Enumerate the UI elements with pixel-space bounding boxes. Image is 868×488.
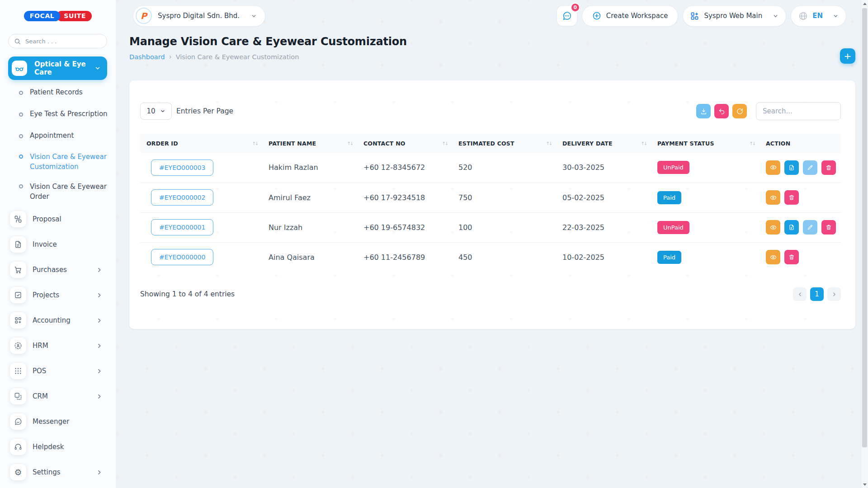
sidebar-item-pos[interactable]: POS xyxy=(0,358,116,384)
sidebar-search-input[interactable] xyxy=(24,38,101,45)
chevron-down-icon xyxy=(94,65,101,71)
view-button[interactable] xyxy=(766,220,780,235)
sidebar-item-label: POS xyxy=(33,367,46,375)
eye-icon xyxy=(770,164,777,171)
delete-button[interactable] xyxy=(784,190,799,205)
language-selector[interactable]: EN xyxy=(791,6,846,26)
sidebar-item-label: Patient Records xyxy=(30,88,108,98)
sidebar-item-label: Proposal xyxy=(33,215,61,223)
column-header-delivery-date[interactable]: DELIVERY DATE xyxy=(562,140,613,147)
entries-per-page-select[interactable]: 10 xyxy=(140,103,172,120)
column-header-payment-status[interactable]: PAYMENT STATUS xyxy=(657,140,714,147)
showing-entries-text: Showing 1 to 4 of 4 entries xyxy=(140,290,235,298)
contact-no-cell: +60 17-9234518 xyxy=(357,183,452,212)
add-record-button[interactable]: + xyxy=(840,48,855,64)
app-logo: FOCAL SUITE xyxy=(0,0,116,21)
sort-icon[interactable]: ↑↓ xyxy=(347,141,353,146)
edit-button[interactable] xyxy=(803,220,817,235)
page-1-button[interactable]: 1 xyxy=(810,287,824,301)
patient-name-cell: Amirul Faez xyxy=(262,183,357,212)
order-id-link[interactable]: #EYEO000002 xyxy=(151,189,213,206)
order-id-link[interactable]: #EYEO000000 xyxy=(151,249,213,265)
delete-button[interactable] xyxy=(821,220,836,235)
refresh-button[interactable] xyxy=(732,104,747,118)
export-button[interactable] xyxy=(696,104,711,118)
scrollbar-up-arrow[interactable] xyxy=(861,0,868,7)
sidebar-item-settings[interactable]: ⚙ Settings xyxy=(0,460,116,485)
sidebar-search[interactable] xyxy=(8,34,107,48)
eye-icon xyxy=(770,194,777,201)
sidebar-item-eye-test-prescription[interactable]: Eye Test & Prescription xyxy=(0,103,116,125)
trash-icon xyxy=(826,224,832,230)
sidebar-item-accounting[interactable]: Accounting xyxy=(0,308,116,333)
sidebar-item-vision-care-order[interactable]: Vision Care & Eyewear Order xyxy=(0,177,116,206)
chevron-right-icon xyxy=(96,267,102,273)
invoice-button[interactable] xyxy=(784,220,799,235)
sidebar-item-label: Vision Care & Eyewear Customization xyxy=(30,152,108,172)
sidebar-item-projects[interactable]: Projects xyxy=(0,282,116,308)
column-header-patient-name[interactable]: PATIENT NAME xyxy=(269,140,316,147)
sort-icon[interactable]: ↑↓ xyxy=(252,141,258,146)
sidebar-item-hrm[interactable]: HRM xyxy=(0,333,116,358)
column-header-order-id[interactable]: ORDER ID xyxy=(146,140,178,147)
sort-icon[interactable]: ↑↓ xyxy=(546,141,552,146)
order-id-link[interactable]: #EYEO000001 xyxy=(151,219,213,235)
create-workspace-label: Create Workspace xyxy=(606,12,668,20)
breadcrumb-dashboard-link[interactable]: Dashboard xyxy=(129,53,165,61)
scrollbar[interactable] xyxy=(861,0,868,488)
workspace-selector[interactable]: Syspro Web Main xyxy=(683,6,786,26)
sidebar-item-vision-care-customization[interactable]: Vision Care & Eyewear Customization xyxy=(0,147,116,177)
edit-button[interactable] xyxy=(803,160,817,175)
sidebar-item-invoice[interactable]: Invoice xyxy=(0,232,116,257)
messages-button[interactable]: 0 xyxy=(557,6,577,26)
scrollbar-down-arrow[interactable] xyxy=(861,481,868,488)
sidebar-item-crm[interactable]: CRM xyxy=(0,384,116,409)
sort-icon[interactable]: ↑↓ xyxy=(641,141,646,146)
sidebar-item-appointment[interactable]: Appointment xyxy=(0,125,116,147)
next-page-button[interactable] xyxy=(827,287,841,301)
order-id-link[interactable]: #EYEO000003 xyxy=(151,160,213,176)
search-icon xyxy=(14,38,21,45)
download-icon xyxy=(700,108,707,115)
sort-icon[interactable]: ↑↓ xyxy=(442,141,448,146)
page-title: Manage Vision Care & Eyewear Customizati… xyxy=(129,35,407,48)
chevron-right-icon xyxy=(96,394,102,399)
person-target-icon xyxy=(10,338,26,354)
table-search-input[interactable] xyxy=(756,102,841,120)
scrollbar-thumb[interactable] xyxy=(862,8,867,447)
prev-page-button[interactable] xyxy=(793,287,807,301)
create-workspace-button[interactable]: Create Workspace xyxy=(582,6,678,26)
breadcrumb-current: Vision Care & Eyewear Customization xyxy=(176,53,299,61)
view-button[interactable] xyxy=(766,250,780,264)
dots-grid-icon xyxy=(10,363,26,379)
sidebar-group-optical-eye-care[interactable]: Optical & Eye Care xyxy=(8,56,107,80)
delete-button[interactable] xyxy=(784,250,799,264)
view-button[interactable] xyxy=(766,190,780,205)
invoice-button[interactable] xyxy=(784,160,799,175)
table-row: #EYEO000001 Nur Izzah +60 19-6574832 100… xyxy=(140,212,841,242)
sidebar-item-patient-records[interactable]: Patient Records xyxy=(0,82,116,103)
company-selector[interactable]: P Syspro Digital Sdn. Bhd. xyxy=(133,6,265,26)
sidebar-item-messenger[interactable]: Messenger xyxy=(0,409,116,434)
file-icon xyxy=(788,164,795,171)
delivery-date-cell: 05-02-2025 xyxy=(556,183,651,212)
column-header-estimated-cost[interactable]: ESTIMATED COST xyxy=(458,140,514,147)
status-badge: UnPaid xyxy=(657,221,689,234)
plus-circle-icon xyxy=(592,11,601,20)
sidebar-item-purchases[interactable]: Purchases xyxy=(0,257,116,282)
sidebar-item-helpdesk[interactable]: Helpdesk xyxy=(0,434,116,460)
company-name: Syspro Digital Sdn. Bhd. xyxy=(158,12,240,20)
sidebar: FOCAL SUITE Optical & Eye Care Patient R… xyxy=(0,0,116,488)
chevron-right-icon xyxy=(96,292,102,298)
delete-button[interactable] xyxy=(821,160,836,175)
sidebar-item-proposal[interactable]: Proposal xyxy=(0,206,116,232)
undo-icon xyxy=(718,108,725,115)
column-header-action: ACTION xyxy=(766,140,790,147)
column-header-contact-no[interactable]: CONTACT NO xyxy=(363,140,406,147)
sort-icon[interactable]: ↑↓ xyxy=(749,141,755,146)
undo-button[interactable] xyxy=(714,104,729,118)
company-avatar: P xyxy=(136,8,152,24)
chevron-right-icon xyxy=(96,469,102,475)
table-footer: Showing 1 to 4 of 4 entries 1 xyxy=(140,287,841,301)
view-button[interactable] xyxy=(766,160,780,175)
